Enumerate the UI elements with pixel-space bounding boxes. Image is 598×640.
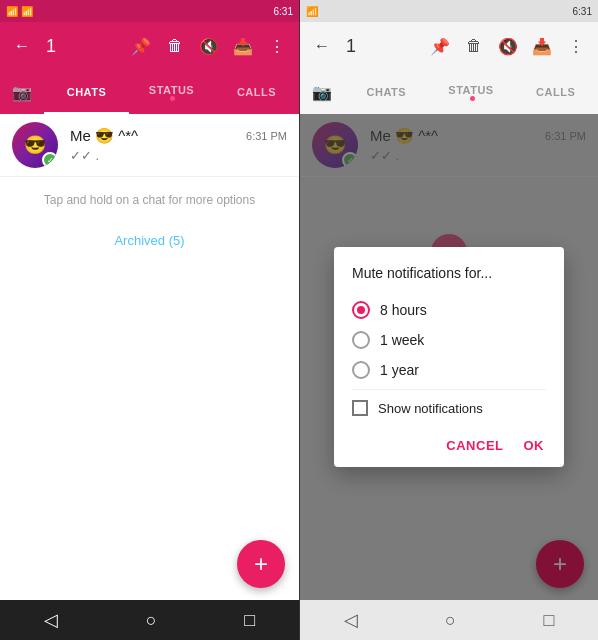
tab-status-right[interactable]: STATUS xyxy=(429,70,514,114)
right-time: 6:31 xyxy=(573,6,592,17)
cancel-button[interactable]: CANCEL xyxy=(444,434,505,457)
more-button[interactable]: ⋮ xyxy=(263,32,291,60)
right-tab-bar: 📷 CHATS STATUS CALLS xyxy=(300,70,598,114)
camera-icon-left: 📷 xyxy=(12,83,32,102)
tab-calls-right[interactable]: CALLS xyxy=(513,70,598,114)
right-status-right: 6:31 xyxy=(573,6,592,17)
right-nav-back[interactable]: ◁ xyxy=(344,609,358,631)
left-chat-name: Me 😎 ^*^ xyxy=(70,127,138,145)
right-archive-button[interactable]: 📥 xyxy=(528,32,556,60)
mute-dialog: Mute notifications for... 8 hours 1 week xyxy=(334,247,564,467)
radio-label-8hours: 8 hours xyxy=(380,302,427,318)
left-chat-list: 😎 ✓ Me 😎 ^*^ 6:31 PM ✓✓ . Tap and hold o… xyxy=(0,114,299,600)
camera-tab-right[interactable]: 📷 xyxy=(300,70,344,114)
right-app-bar: ← 1 📌 🗑 🔇 📥 ⋮ xyxy=(300,22,598,70)
radio-label-1year: 1 year xyxy=(380,362,419,378)
left-tab-bar: 📷 CHATS STATUS CALLS xyxy=(0,70,299,114)
right-back-button[interactable]: ← xyxy=(308,32,336,60)
right-status-bar: 📶 6:31 xyxy=(300,0,598,22)
left-fab[interactable]: + xyxy=(237,540,285,588)
left-status-bar: 📶 📶 6:31 xyxy=(0,0,299,22)
delete-button[interactable]: 🗑 xyxy=(161,32,189,60)
left-nav-back[interactable]: ◁ xyxy=(44,609,58,631)
left-app-bar: ← 1 📌 🗑 🔇 📥 ⋮ xyxy=(0,22,299,70)
left-phone-panel: 📶 📶 6:31 ← 1 📌 🗑 🔇 📥 ⋮ 📷 CHATS STATUS CA… xyxy=(0,0,299,640)
radio-8hours[interactable]: 8 hours xyxy=(352,295,546,325)
left-status-right: 6:31 xyxy=(274,6,293,17)
tab-calls-left[interactable]: CALLS xyxy=(214,70,299,114)
show-notifications-row[interactable]: Show notifications xyxy=(352,389,546,426)
right-nav-bar: ◁ ○ □ xyxy=(300,600,598,640)
radio-circle-8hours xyxy=(352,301,370,319)
right-nav-home[interactable]: ○ xyxy=(445,610,456,631)
status-dot-right xyxy=(470,96,475,101)
archive-button[interactable]: 📥 xyxy=(229,32,257,60)
radio-circle-1week xyxy=(352,331,370,349)
chat-item-me-left[interactable]: 😎 ✓ Me 😎 ^*^ 6:31 PM ✓✓ . xyxy=(0,114,299,177)
left-avatar-check: ✓ xyxy=(42,152,58,168)
radio-dot-8hours xyxy=(357,306,365,314)
right-mute-button[interactable]: 🔇 xyxy=(494,32,522,60)
left-chat-name-row: Me 😎 ^*^ 6:31 PM xyxy=(70,127,287,145)
left-nav-recent[interactable]: □ xyxy=(244,610,255,631)
right-delete-button[interactable]: 🗑 xyxy=(460,32,488,60)
show-notifications-checkbox[interactable] xyxy=(352,400,368,416)
camera-tab-left[interactable]: 📷 xyxy=(0,70,44,114)
left-avatar: 😎 ✓ xyxy=(12,122,58,168)
radio-1week[interactable]: 1 week xyxy=(352,325,546,355)
dialog-overlay: Mute notifications for... 8 hours 1 week xyxy=(300,114,598,600)
radio-label-1week: 1 week xyxy=(380,332,424,348)
camera-icon-right: 📷 xyxy=(312,83,332,102)
signal-icon: 📶 xyxy=(6,6,18,17)
dialog-actions: CANCEL OK xyxy=(352,426,546,457)
left-time: 6:31 xyxy=(274,6,293,17)
right-more-button[interactable]: ⋮ xyxy=(562,32,590,60)
left-chat-info: Me 😎 ^*^ 6:31 PM ✓✓ . xyxy=(70,127,287,163)
left-selected-count: 1 xyxy=(46,36,121,57)
mute-button[interactable]: 🔇 xyxy=(195,32,223,60)
right-phone-panel: 📶 6:31 ← 1 📌 🗑 🔇 📥 ⋮ 📷 CHATS STATUS CALL… xyxy=(299,0,598,640)
left-hint-text: Tap and hold on a chat for more options xyxy=(0,177,299,223)
left-chat-msg: ✓✓ . xyxy=(70,148,287,163)
tab-status-left[interactable]: STATUS xyxy=(129,70,214,114)
status-dot-left xyxy=(170,96,175,101)
radio-1year[interactable]: 1 year xyxy=(352,355,546,385)
right-pin-button[interactable]: 📌 xyxy=(426,32,454,60)
show-notifications-label: Show notifications xyxy=(378,401,483,416)
right-signal-icon: 📶 xyxy=(306,6,318,17)
tab-chats-left[interactable]: CHATS xyxy=(44,70,129,114)
dialog-title: Mute notifications for... xyxy=(352,265,546,281)
left-archived[interactable]: Archived (5) xyxy=(0,223,299,258)
pin-button[interactable]: 📌 xyxy=(127,32,155,60)
ok-button[interactable]: OK xyxy=(522,434,547,457)
radio-circle-1year xyxy=(352,361,370,379)
right-selected-count: 1 xyxy=(346,36,420,57)
wifi-icon: 📶 xyxy=(21,6,33,17)
right-nav-recent[interactable]: □ xyxy=(543,610,554,631)
tab-chats-right[interactable]: CHATS xyxy=(344,70,429,114)
left-nav-bar: ◁ ○ □ xyxy=(0,600,299,640)
left-nav-home[interactable]: ○ xyxy=(146,610,157,631)
left-chat-time: 6:31 PM xyxy=(246,130,287,142)
right-chat-list: 😎 ✓ Me 😎 ^*^ 6:31 PM ✓✓ . P Pegasoft.net… xyxy=(300,114,598,600)
back-button[interactable]: ← xyxy=(8,32,36,60)
left-status-left: 📶 📶 xyxy=(6,6,33,17)
right-status-left: 📶 xyxy=(306,6,318,17)
